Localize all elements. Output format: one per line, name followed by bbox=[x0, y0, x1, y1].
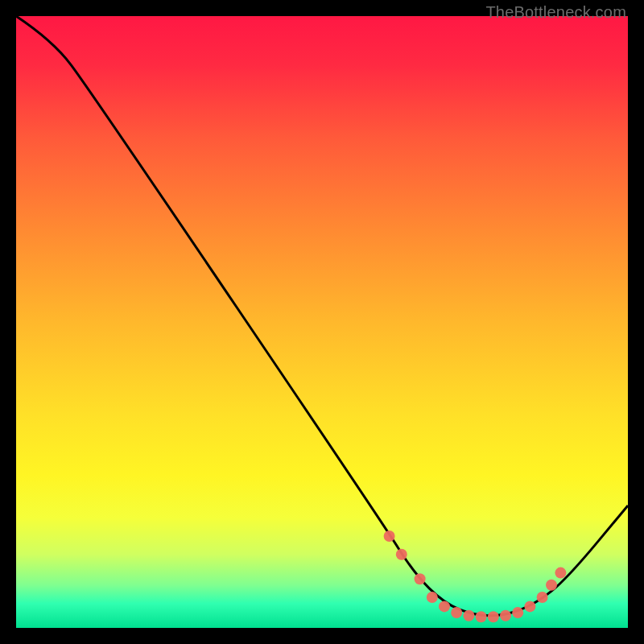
data-point bbox=[384, 530, 395, 542]
data-point bbox=[427, 592, 438, 603]
data-point bbox=[555, 568, 566, 579]
data-point bbox=[537, 592, 548, 603]
bottleneck-curve bbox=[16, 16, 628, 616]
data-point bbox=[524, 601, 535, 612]
data-points-group bbox=[384, 530, 567, 622]
data-point bbox=[488, 611, 499, 622]
data-point bbox=[476, 611, 487, 622]
data-point bbox=[546, 580, 557, 591]
chart-container: TheBottleneck.com bbox=[0, 0, 644, 644]
data-point bbox=[463, 610, 474, 621]
data-point bbox=[415, 573, 426, 584]
data-point bbox=[500, 610, 511, 621]
data-point bbox=[451, 607, 462, 618]
curve-layer bbox=[16, 16, 628, 628]
data-point bbox=[512, 607, 523, 618]
data-point bbox=[439, 601, 450, 612]
data-point bbox=[396, 549, 407, 560]
